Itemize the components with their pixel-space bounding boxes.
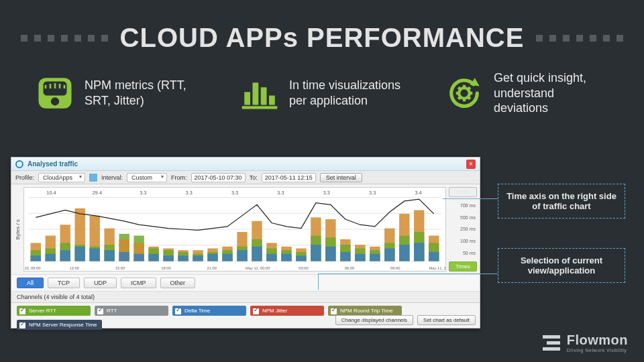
change-channels-button[interactable]: Change displayed channels xyxy=(335,315,413,325)
svg-line-21 xyxy=(458,97,461,99)
chart-ylabel: Bytes / s xyxy=(11,184,23,274)
feature-viz: In time visualizations per application xyxy=(241,74,403,112)
svg-rect-108 xyxy=(414,243,424,261)
svg-rect-10 xyxy=(261,87,267,105)
channel-server-rtt[interactable]: Server RTT xyxy=(17,306,91,316)
svg-line-19 xyxy=(458,87,461,90)
bar-chart-icon xyxy=(241,74,278,112)
interval-select[interactable]: Custom xyxy=(127,173,167,182)
svg-rect-51 xyxy=(133,254,144,261)
svg-text:3.3: 3.3 xyxy=(231,190,238,196)
decor-dots-right xyxy=(536,35,623,42)
feature-npm-text: NPM metrics (RTT, SRT, Jitter) xyxy=(85,78,199,108)
tab-traffic[interactable]: Traffic xyxy=(449,187,477,197)
svg-rect-12 xyxy=(242,106,278,109)
svg-text:06:00: 06:00 xyxy=(345,266,354,270)
proto-icmp-button[interactable]: ICMP xyxy=(121,278,156,288)
channel-npm-rtt[interactable]: NPM Round Trip Time xyxy=(328,306,402,316)
chart-area[interactable]: 10.429.43.33.33.33.33.33.33.4May 10, 09:… xyxy=(23,187,446,272)
svg-rect-60 xyxy=(178,255,188,261)
callout2-leader xyxy=(319,274,498,274)
to-input[interactable]: 2017-05-11 12:15 xyxy=(262,173,316,182)
svg-text:May 10, 09:00: May 10, 09:00 xyxy=(24,266,41,270)
profile-label: Profile: xyxy=(15,174,34,181)
svg-rect-84 xyxy=(296,255,306,261)
proto-other-button[interactable]: Other xyxy=(160,278,196,288)
svg-rect-33 xyxy=(46,254,56,261)
svg-rect-63 xyxy=(193,255,203,261)
feature-npm: NPM metrics (RTT, SRT, Jitter) xyxy=(36,74,199,112)
svg-rect-105 xyxy=(399,245,409,261)
svg-rect-66 xyxy=(207,254,217,261)
from-input[interactable]: 2017-05-10 07:30 xyxy=(191,173,246,182)
interval-label: Interval: xyxy=(101,174,123,181)
svg-line-22 xyxy=(468,87,470,90)
svg-text:May 11, 00:00: May 11, 00:00 xyxy=(246,266,270,270)
panel-toolbar: Profile: CloudApps Interval: Custom From… xyxy=(11,171,480,184)
feature-row: NPM metrics (RTT, SRT, Jitter) In time v… xyxy=(0,65,644,125)
svg-text:12:00: 12:00 xyxy=(69,266,78,270)
panel-title: Analysed traffic xyxy=(28,160,78,168)
channels-header: Channels (4 visible of 4 total) xyxy=(11,292,480,303)
feature-insight: Get quick insight, understand deviations xyxy=(445,70,608,116)
svg-rect-93 xyxy=(340,252,350,261)
svg-rect-57 xyxy=(163,255,173,261)
app-screenshot-panel: Analysed traffic × Profile: CloudApps In… xyxy=(11,157,480,328)
svg-rect-111 xyxy=(429,252,439,261)
svg-rect-96 xyxy=(355,254,365,261)
edit-icon[interactable] xyxy=(89,174,97,182)
decor-dots-left xyxy=(21,35,108,42)
svg-rect-11 xyxy=(269,95,275,105)
set-default-chart-button[interactable]: Set chart as default xyxy=(417,315,476,325)
brand-tagline: Driving Network Visibility xyxy=(567,348,628,353)
svg-rect-81 xyxy=(281,254,291,261)
svg-text:May 11, 12:00: May 11, 12:00 xyxy=(429,266,445,270)
svg-text:3.3: 3.3 xyxy=(323,190,330,196)
svg-rect-87 xyxy=(311,245,321,261)
svg-rect-42 xyxy=(89,249,99,261)
svg-text:15:00: 15:00 xyxy=(115,266,125,270)
channel-npm-jitter[interactable]: NPM Jitter xyxy=(250,306,324,316)
proto-tcp-button[interactable]: TCP xyxy=(48,278,80,288)
svg-rect-90 xyxy=(325,247,335,261)
profile-select[interactable]: CloudApps xyxy=(38,173,85,182)
svg-rect-45 xyxy=(104,250,114,261)
svg-rect-69 xyxy=(222,254,232,261)
svg-rect-75 xyxy=(252,247,262,261)
tab-times[interactable]: Times xyxy=(449,261,477,272)
from-label: From: xyxy=(171,174,187,181)
feature-insight-text: Get quick insight, understand deviations xyxy=(494,70,608,116)
channels-footer: Change displayed channels Set chart as d… xyxy=(335,315,476,325)
flowmon-logo: Flowmon Driving Network Visibility xyxy=(543,333,628,353)
set-interval-button[interactable]: Set interval xyxy=(320,173,362,182)
svg-text:3.3: 3.3 xyxy=(277,190,284,196)
svg-text:3.3: 3.3 xyxy=(140,190,146,196)
svg-rect-8 xyxy=(244,92,250,105)
svg-rect-78 xyxy=(266,254,276,261)
proto-udp-button[interactable]: UDP xyxy=(84,278,117,288)
panel-gear-icon[interactable] xyxy=(15,160,23,168)
channel-rtt[interactable]: RTT xyxy=(95,306,168,316)
callout1-leader xyxy=(443,198,498,199)
refresh-gear-icon xyxy=(445,74,483,112)
proto-all-button[interactable]: All xyxy=(17,278,44,288)
feature-viz-text: In time visualizations per application xyxy=(289,78,403,108)
svg-rect-39 xyxy=(75,247,85,261)
channel-npm-srt[interactable]: NPM Server Response Time xyxy=(17,320,102,330)
svg-point-7 xyxy=(51,97,59,105)
chart-wrap: Bytes / s 10.429.43.33.33.33.33.33.33.4M… xyxy=(11,184,480,274)
close-icon[interactable]: × xyxy=(466,160,476,169)
svg-rect-72 xyxy=(237,250,247,261)
svg-line-20 xyxy=(468,97,470,99)
svg-rect-102 xyxy=(384,249,394,261)
callout2-leader-v xyxy=(318,274,319,290)
page-title: CLOUD APPs PERFORMANCE xyxy=(120,23,525,53)
traffic-chart: 10.429.43.33.33.33.33.33.33.4May 10, 09:… xyxy=(24,188,445,271)
svg-text:3.3: 3.3 xyxy=(369,190,376,196)
channel-delta-time[interactable]: Delta Time xyxy=(172,306,246,316)
svg-text:03:00: 03:00 xyxy=(299,266,308,270)
right-axis-labels: 700 ms 500 ms 250 ms 100 ms 50 ms xyxy=(449,200,477,259)
svg-rect-36 xyxy=(60,250,70,261)
panel-header: Analysed traffic × xyxy=(11,158,480,171)
callout-view-selection: Selection of current view/application xyxy=(498,248,625,283)
